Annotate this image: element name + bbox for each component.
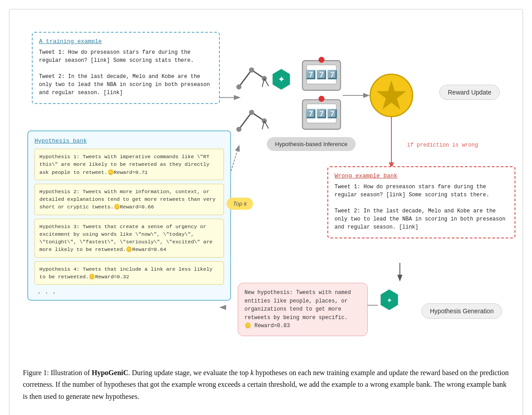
hg-label: Hypothesis Generation xyxy=(421,303,502,319)
svg-point-2 xyxy=(236,84,241,89)
svg-rect-20 xyxy=(302,99,340,129)
figure-num: Figure 1: xyxy=(23,369,49,376)
hypothesis-4-reward: 🪙Reward=0.32 xyxy=(89,274,129,280)
svg-text:7️⃣7️⃣7️⃣: 7️⃣7️⃣7️⃣ xyxy=(305,108,338,119)
training-example-tweet1: Tweet 1: How do preseason stars fare dur… xyxy=(39,48,213,65)
figure-caption: Figure 1: Illustration of HypoGeniC. Dur… xyxy=(23,367,509,402)
reward-update-label: Reward Update xyxy=(439,85,500,100)
hypothesis-item-3: Hypothesis 3: Tweets that create a sense… xyxy=(34,219,224,258)
hypothesis-bank-title: Hypothesis bank xyxy=(34,138,224,144)
svg-point-4 xyxy=(262,76,267,81)
svg-line-6 xyxy=(264,78,268,86)
caption-text-after: . During update stage, we evaluate the t… xyxy=(129,369,251,376)
new-hypothesis-box: New hypothesis: Tweets with named entiti… xyxy=(238,283,368,336)
svg-text:✦: ✦ xyxy=(278,75,284,84)
wrong-example-tweet1: Tweet 1: How do preseason stars fare dur… xyxy=(335,183,508,199)
svg-line-7 xyxy=(239,112,251,130)
if-wrong-text: if prediction is wrong xyxy=(407,142,478,148)
svg-line-12 xyxy=(262,121,264,130)
main-container: ✦ 7️⃣7️⃣7️⃣ 7️⃣7️⃣7️⃣ xyxy=(9,9,523,415)
svg-point-23 xyxy=(318,96,324,102)
svg-point-24 xyxy=(370,74,413,117)
svg-point-10 xyxy=(249,110,254,115)
new-hypothesis-text: New hypothesis: Tweets with named entiti… xyxy=(245,290,351,321)
svg-line-0 xyxy=(239,70,251,87)
topk-label: Top k xyxy=(227,198,253,210)
hypothesis-dots: . . . xyxy=(34,288,224,295)
hypothesis-2-reward: 🪙Reward=0.66 xyxy=(114,204,154,210)
training-example-title: A training example xyxy=(39,38,213,45)
hypothesis-item-1: Hypothesis 1: Tweets with imperative com… xyxy=(34,149,224,180)
svg-point-19 xyxy=(318,57,324,63)
hypothesis-bank-box: Hypothesis bank Hypothesis 1: Tweets wit… xyxy=(27,130,231,301)
hypothesis-item-2: Hypothesis 2: Tweets with more informati… xyxy=(34,184,224,215)
svg-rect-17 xyxy=(307,65,336,84)
svg-rect-21 xyxy=(307,104,336,123)
training-example-tweet2: Tweet 2: In the last decade, Melo and Ko… xyxy=(39,73,213,97)
svg-marker-33 xyxy=(381,290,398,310)
hypothesis-1-reward: 🪙Reward=0.71 xyxy=(107,169,148,175)
svg-rect-16 xyxy=(302,61,340,90)
svg-line-5 xyxy=(262,78,264,87)
hbi-label: Hypothesis-based Inference xyxy=(267,137,356,151)
wrong-example-box: Wrong example bank Tweet 1: How do prese… xyxy=(327,166,515,238)
wrong-example-title: Wrong example bank xyxy=(335,173,508,179)
svg-marker-14 xyxy=(273,69,290,89)
svg-line-13 xyxy=(264,121,268,129)
svg-text:✦: ✦ xyxy=(387,297,392,304)
caption-text-before: Illustration of xyxy=(51,369,92,376)
svg-point-9 xyxy=(236,127,241,132)
svg-point-3 xyxy=(249,67,254,72)
svg-marker-25 xyxy=(377,81,406,109)
training-example-box: A training example Tweet 1: How do prese… xyxy=(32,32,220,104)
caption-bold: HypoGeniC xyxy=(92,369,129,376)
svg-text:7️⃣7️⃣7️⃣: 7️⃣7️⃣7️⃣ xyxy=(305,69,338,80)
svg-line-8 xyxy=(252,112,264,121)
diagram-area: ✦ 7️⃣7️⃣7️⃣ 7️⃣7️⃣7️⃣ xyxy=(23,18,509,359)
hypothesis-3-reward: 🪙Reward=0.64 xyxy=(126,246,166,252)
new-hypothesis-reward: 🪙 Reward=0.83 xyxy=(245,323,290,329)
wrong-example-tweet2: Tweet 2: In the last decade, Melo and Ko… xyxy=(335,207,508,231)
svg-line-1 xyxy=(252,70,264,78)
svg-point-11 xyxy=(262,118,267,123)
hypothesis-item-4: Hypothesis 4: Tweets that include a link… xyxy=(34,261,224,285)
